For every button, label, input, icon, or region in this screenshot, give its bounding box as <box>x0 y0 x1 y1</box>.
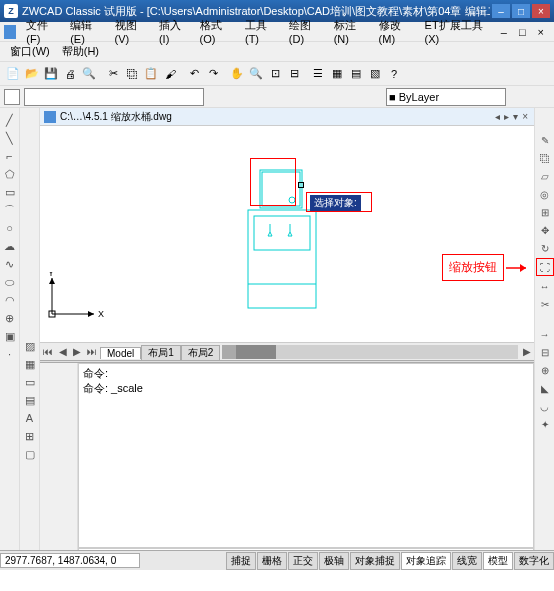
join-icon[interactable]: ⊕ <box>537 362 553 378</box>
menu-draw[interactable]: 绘图(D) <box>283 16 328 47</box>
tab-next-icon[interactable]: ▸ <box>502 111 511 122</box>
circle-icon[interactable]: ○ <box>2 220 18 236</box>
spline-icon[interactable]: ∿ <box>2 256 18 272</box>
doc-tab-label[interactable]: C:\…\4.5.1 缩放水桶.dwg <box>60 110 172 124</box>
tab-prev-icon[interactable]: ◂ <box>493 111 502 122</box>
wipeout-icon[interactable]: ▢ <box>22 446 38 462</box>
menu-tools[interactable]: 工具(T) <box>239 16 283 47</box>
mdi-restore-button[interactable]: □ <box>513 24 532 40</box>
menu-dim[interactable]: 标注(N) <box>328 16 373 47</box>
status-grid[interactable]: 栅格 <box>257 552 287 570</box>
color-swatch[interactable] <box>4 89 20 105</box>
offset-icon[interactable]: ◎ <box>537 186 553 202</box>
status-tablet[interactable]: 数字化 <box>514 552 554 570</box>
status-osnap[interactable]: 对象捕捉 <box>350 552 400 570</box>
chamfer-icon[interactable]: ◣ <box>537 380 553 396</box>
menu-modify[interactable]: 修改(M) <box>373 16 419 47</box>
scale-icon[interactable]: ⛶ <box>536 258 554 276</box>
tab-first-icon[interactable]: ⏮ <box>40 346 56 357</box>
revcloud-icon[interactable]: ☁ <box>2 238 18 254</box>
gradient-icon[interactable]: ▦ <box>22 356 38 372</box>
mdi-minimize-button[interactable]: – <box>495 24 513 40</box>
point-icon[interactable]: · <box>2 346 18 362</box>
pan-icon[interactable]: ✋ <box>228 65 246 83</box>
tab-last-icon[interactable]: ⏭ <box>84 346 100 357</box>
tab-prev2-icon[interactable]: ◀ <box>56 346 70 357</box>
region-icon[interactable]: ▭ <box>22 374 38 390</box>
status-lwt[interactable]: 线宽 <box>452 552 482 570</box>
mtext-icon[interactable]: A <box>22 410 38 426</box>
zoom-rt-icon[interactable]: 🔍 <box>247 65 265 83</box>
drawing-canvas[interactable]: 选择对象: 缩放按钮 X Y <box>40 126 534 342</box>
pline-icon[interactable]: ⌐ <box>2 148 18 164</box>
break-icon[interactable]: ⊟ <box>537 344 553 360</box>
trim-icon[interactable]: ✂ <box>537 296 553 312</box>
arc-icon[interactable]: ⌒ <box>2 202 18 218</box>
fillet-icon[interactable]: ◡ <box>537 398 553 414</box>
save-icon[interactable]: 💾 <box>42 65 60 83</box>
array-icon[interactable]: ⊞ <box>537 204 553 220</box>
status-snap[interactable]: 捕捉 <box>226 552 256 570</box>
tab-layout1[interactable]: 布局1 <box>141 345 181 360</box>
polygon-icon[interactable]: ⬠ <box>2 166 18 182</box>
print-icon[interactable]: 🖨 <box>61 65 79 83</box>
copy2-icon[interactable]: ⿻ <box>537 150 553 166</box>
paste-icon[interactable]: 📋 <box>142 65 160 83</box>
block-icon[interactable]: ▣ <box>2 328 18 344</box>
status-otrack[interactable]: 对象追踪 <box>401 552 451 570</box>
help-icon[interactable]: ? <box>385 65 403 83</box>
tab-layout2[interactable]: 布局2 <box>181 345 221 360</box>
horizontal-scrollbar[interactable] <box>222 345 518 359</box>
command-input[interactable]: 选择对象: <box>78 548 534 550</box>
line-icon[interactable]: ╱ <box>2 112 18 128</box>
linetype-select[interactable]: ■ ByLayer <box>386 88 506 106</box>
mirror-icon[interactable]: ▱ <box>537 168 553 184</box>
command-history[interactable]: 命令: 命令: _scale <box>78 363 534 548</box>
layer-select[interactable] <box>24 88 204 106</box>
menu-view[interactable]: 视图(V) <box>109 16 153 47</box>
open-icon[interactable]: 📂 <box>23 65 41 83</box>
tab-model[interactable]: Model <box>100 347 141 359</box>
ellipsearc-icon[interactable]: ◠ <box>2 292 18 308</box>
menu-format[interactable]: 格式(O) <box>194 16 239 47</box>
menu-insert[interactable]: 插入(I) <box>153 16 194 47</box>
erase-icon[interactable]: ✎ <box>537 132 553 148</box>
explode-icon[interactable]: ✦ <box>537 416 553 432</box>
table-icon[interactable]: ▤ <box>22 392 38 408</box>
rotate-icon[interactable]: ↻ <box>537 240 553 256</box>
ellipse-icon[interactable]: ⬭ <box>2 274 18 290</box>
zoom-prev-icon[interactable]: ⊟ <box>285 65 303 83</box>
preview-icon[interactable]: 🔍 <box>80 65 98 83</box>
hatch-icon[interactable]: ▨ <box>22 338 38 354</box>
zoom-win-icon[interactable]: ⊡ <box>266 65 284 83</box>
extend-icon[interactable]: → <box>537 326 553 342</box>
new-icon[interactable]: 📄 <box>4 65 22 83</box>
match-icon[interactable]: 🖌 <box>161 65 179 83</box>
insert-icon[interactable]: ⊕ <box>2 310 18 326</box>
status-model[interactable]: 模型 <box>483 552 513 570</box>
status-ortho[interactable]: 正交 <box>288 552 318 570</box>
tab-menu-icon[interactable]: ▾ <box>511 111 520 122</box>
xline-icon[interactable]: ╲ <box>2 130 18 146</box>
tool-icon[interactable]: ▤ <box>347 65 365 83</box>
close-button[interactable]: × <box>532 4 550 18</box>
status-polar[interactable]: 极轴 <box>319 552 349 570</box>
move-icon[interactable]: ✥ <box>537 222 553 238</box>
rect-icon[interactable]: ▭ <box>2 184 18 200</box>
addsel-icon[interactable]: ⊞ <box>22 428 38 444</box>
coordinates-display[interactable]: 2977.7687, 1487.0634, 0 <box>0 553 140 568</box>
redo-icon[interactable]: ↷ <box>204 65 222 83</box>
menu-help[interactable]: 帮助(H) <box>56 42 105 61</box>
scroll-right-icon[interactable]: ▶ <box>520 346 534 357</box>
cut-icon[interactable]: ✂ <box>104 65 122 83</box>
copy-icon[interactable]: ⿻ <box>123 65 141 83</box>
undo-icon[interactable]: ↶ <box>185 65 203 83</box>
stretch-icon[interactable]: ↔ <box>537 278 553 294</box>
props-icon[interactable]: ☰ <box>309 65 327 83</box>
menu-et[interactable]: ET扩展工具(X) <box>419 16 495 47</box>
mdi-close-button[interactable]: × <box>532 24 550 40</box>
menu-window[interactable]: 窗口(W) <box>4 42 56 61</box>
tab-close-icon[interactable]: × <box>520 111 530 122</box>
maximize-button[interactable]: □ <box>512 4 530 18</box>
tab-next2-icon[interactable]: ▶ <box>70 346 84 357</box>
